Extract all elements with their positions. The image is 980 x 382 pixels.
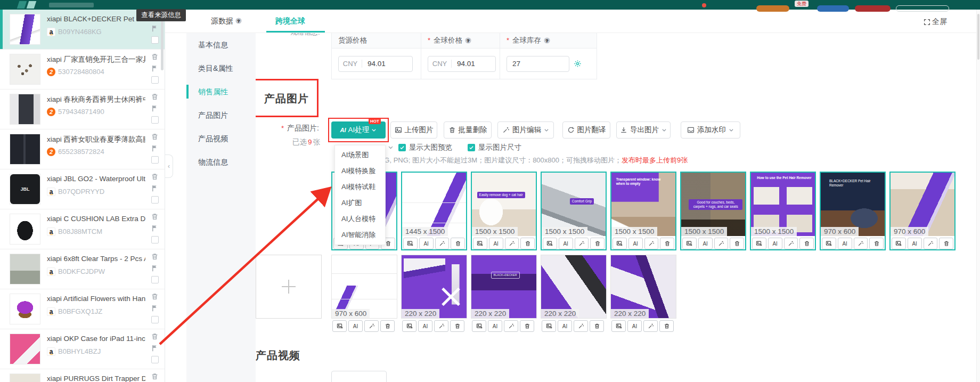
flag-icon[interactable]: [151, 64, 159, 72]
tile-wand-button[interactable]: [364, 320, 379, 332]
tile-wand-button[interactable]: [924, 238, 938, 249]
image-tile-selected[interactable]: Good for couches, beds, carpets + rugs, …: [680, 172, 746, 250]
delete-icon[interactable]: [151, 372, 159, 380]
tile-ai-button[interactable]: AI: [348, 320, 363, 332]
tile-trash-button[interactable]: [730, 238, 744, 249]
flag-icon[interactable]: [151, 264, 159, 272]
image-tile-selected[interactable]: Comfort Grip1500 x 1500AI: [541, 172, 607, 250]
delete-icon[interactable]: [151, 292, 159, 300]
tile-wand-button[interactable]: [854, 238, 868, 249]
product-list-item[interactable]: xiapi 6x8ft Clear Tarps - 2 Pcs Anti-Te.…: [0, 249, 165, 289]
toolbar-button-2[interactable]: 图片编辑: [497, 121, 554, 139]
image-tile-selected[interactable]: How to use the Pet Hair Remover1500 x 15…: [750, 172, 816, 250]
product-list-item[interactable]: xiapi 西裤女职业春夏季薄款高腰直筒垂...2655238572824: [0, 129, 165, 169]
product-checkbox[interactable]: [151, 356, 159, 363]
tile-wand-button[interactable]: [714, 238, 729, 249]
product-list-item[interactable]: xiapi 春秋商务西裤男士休闲裤中年男裤...2579434871490: [0, 90, 165, 129]
image-tile-selected[interactable]: Easily remove dog + cat hair1500 x 1500A…: [471, 172, 537, 250]
tile-image-add-button[interactable]: [752, 238, 766, 249]
flag-icon[interactable]: [151, 25, 159, 32]
tile-trash-button[interactable]: [659, 320, 674, 332]
topbar-button-orange[interactable]: [756, 5, 789, 12]
product-checkbox[interactable]: [151, 316, 159, 323]
delete-icon[interactable]: [151, 332, 159, 340]
tile-ai-button[interactable]: AI: [558, 320, 572, 332]
toolbar-button-0[interactable]: 上传图片: [390, 121, 437, 139]
flag-icon[interactable]: [151, 344, 159, 352]
ai-dropdown-item-5[interactable]: AI智能消除: [335, 227, 385, 243]
delete-icon[interactable]: [151, 253, 159, 261]
product-checkbox[interactable]: [151, 156, 159, 164]
tile-wand-button[interactable]: [504, 320, 518, 332]
tab-cross-border-global[interactable]: 跨境全球: [275, 17, 305, 26]
tile-image-add-button[interactable]: [332, 320, 347, 332]
tile-image-add-button[interactable]: [682, 238, 697, 249]
tile-wand-button[interactable]: [644, 238, 659, 249]
global-price-input[interactable]: CNY 94.01: [428, 56, 496, 72]
main-scrollbar[interactable]: [976, 10, 980, 382]
tile-ai-button[interactable]: AI: [627, 320, 642, 332]
chevron-down-icon[interactable]: [388, 144, 394, 150]
tile-trash-button[interactable]: [380, 320, 395, 332]
tile-trash-button[interactable]: [590, 238, 605, 249]
tile-image-add-button[interactable]: [402, 320, 416, 332]
tile-trash-button[interactable]: [869, 238, 884, 249]
video-input-stub[interactable]: [331, 371, 387, 382]
tile-ai-button[interactable]: AI: [488, 320, 502, 332]
tile-wand-button[interactable]: [643, 320, 658, 332]
tile-trash-button[interactable]: [660, 238, 674, 249]
tile-ai-button[interactable]: AI: [419, 238, 434, 249]
tile-image-add-button[interactable]: [403, 238, 418, 249]
product-checkbox[interactable]: [151, 76, 159, 84]
global-stock-input[interactable]: 27: [507, 56, 569, 72]
tile-ai-button[interactable]: AI: [418, 320, 432, 332]
tile-wand-button[interactable]: [575, 238, 589, 249]
image-tile-selected[interactable]: 970 x 600AI: [889, 172, 956, 250]
tile-image-add-button[interactable]: [612, 238, 627, 249]
tile-image-add-button[interactable]: [473, 238, 487, 249]
tile-wand-button[interactable]: [784, 238, 798, 249]
tile-wand-button[interactable]: [435, 238, 450, 249]
image-tile[interactable]: 220 x 220AI: [541, 255, 607, 332]
menu-item-5[interactable]: 物流信息: [186, 150, 256, 174]
tile-ai-button[interactable]: AI: [838, 238, 852, 249]
delete-icon[interactable]: [151, 213, 159, 221]
checkbox-large-preview[interactable]: [398, 144, 406, 151]
tile-image-add-button[interactable]: [543, 238, 557, 249]
product-checkbox[interactable]: [151, 236, 159, 243]
flag-icon[interactable]: [151, 304, 159, 312]
product-list-item[interactable]: xiapi 厂家直销免开孔三合一家具连接件...2530728480804: [0, 50, 165, 90]
image-tile[interactable]: 220 x 220AI: [610, 255, 676, 332]
image-tile-selected[interactable]: BLACK+DECKER Pet Hair Remover970 x 600AI: [820, 172, 886, 250]
tile-ai-button[interactable]: AI: [698, 238, 713, 249]
topbar-button-outline[interactable]: [896, 5, 949, 12]
flag-icon[interactable]: [151, 144, 159, 152]
delete-icon[interactable]: [151, 133, 159, 141]
tile-trash-button[interactable]: [450, 320, 464, 332]
tile-trash-button[interactable]: [590, 320, 604, 332]
product-checkbox[interactable]: [151, 276, 159, 283]
help-icon[interactable]: ?: [464, 37, 472, 44]
product-checkbox[interactable]: [151, 36, 159, 44]
tile-wand-button[interactable]: [434, 320, 448, 332]
ai-dropdown-item-1[interactable]: AI模特换脸: [335, 163, 385, 179]
toolbar-button-4[interactable]: 导出图片: [616, 121, 671, 139]
image-tile[interactable]: 970 x 600AI: [331, 255, 397, 332]
delete-icon[interactable]: [151, 93, 159, 101]
tile-ai-button[interactable]: AI: [908, 238, 922, 249]
menu-item-4[interactable]: 产品视频: [186, 127, 256, 150]
tile-wand-button[interactable]: [574, 320, 588, 332]
product-list-item[interactable]: xiapi PURRUGS Dirt Trapper Door M...aB0B…: [0, 369, 165, 382]
help-icon[interactable]: ?: [543, 37, 551, 44]
topbar-button-blue[interactable]: [817, 5, 849, 12]
toolbar-button-1[interactable]: 批量删除: [444, 121, 492, 139]
product-list-item[interactable]: xiapi Artificial Flowers with Hanging ..…: [0, 289, 165, 329]
menu-item-1[interactable]: 类目&属性: [186, 56, 256, 80]
product-checkbox[interactable]: [151, 116, 159, 124]
product-list-item[interactable]: JBLxiapi JBL GO2 - Waterproof Ultra-Por.…: [0, 169, 165, 209]
tile-image-add-button[interactable]: [542, 320, 556, 332]
collapse-panel-handle[interactable]: ‹: [165, 155, 173, 178]
checkbox-image-size[interactable]: [468, 144, 475, 151]
tile-ai-button[interactable]: AI: [489, 238, 503, 249]
tile-ai-button[interactable]: AI: [628, 238, 643, 249]
